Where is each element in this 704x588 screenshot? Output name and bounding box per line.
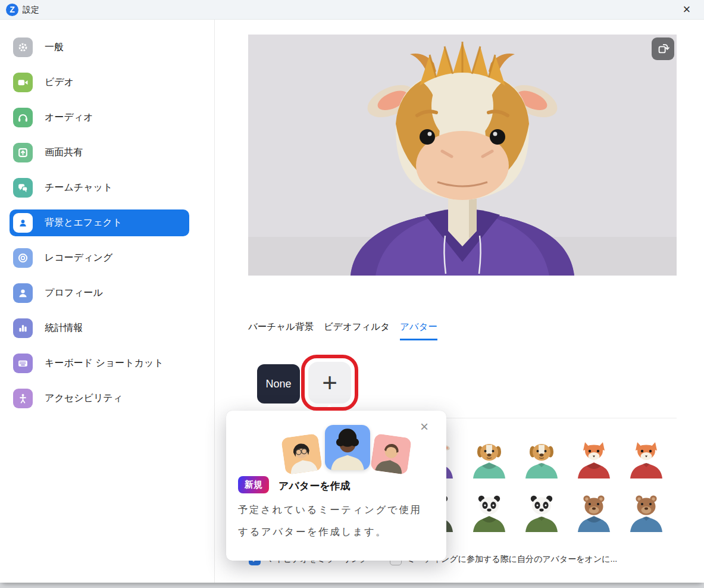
sidebar-item-label: 画面共有 (45, 146, 83, 159)
profile-icon (13, 283, 33, 303)
sidebar-item-profile[interactable]: プロフィール (10, 280, 189, 306)
avatar-item-panda-green-tshirt[interactable] (521, 493, 562, 532)
sidebar-item-label: ビデオ (45, 76, 74, 89)
sidebar-item-label: チームチャット (45, 182, 112, 194)
popup-title: アバターを作成 (279, 479, 351, 493)
stats-icon (13, 318, 33, 338)
zoom-logo-icon: Z (6, 4, 18, 16)
popup-description-line1: 予定されているミーティングで使用 (238, 499, 438, 521)
gear-icon (13, 37, 33, 57)
sidebar-item-label: アクセシビリティ (45, 392, 123, 405)
accessibility-icon (13, 389, 33, 408)
window-titlebar: Z 設定 × (0, 0, 704, 20)
avatar-item-fox-red-hoodie[interactable] (573, 439, 615, 478)
sidebar: 一般ビデオオーディオ画面共有チームチャット背景とエフェクトレコーディングプロフィ… (0, 20, 215, 583)
chat-icon (13, 178, 33, 198)
person-badge-icon (13, 213, 33, 233)
avatar-examples (283, 425, 409, 484)
headphones-icon (13, 108, 33, 127)
sidebar-item-label: プロフィール (45, 287, 103, 299)
cow-avatar-preview (248, 35, 677, 276)
sidebar-item-keyboard-shortcuts[interactable]: キーボード ショートカット (10, 350, 189, 377)
avatar-item-bear-blue-tshirt[interactable] (625, 493, 667, 532)
sidebar-item-screen-share[interactable]: 画面共有 (10, 139, 189, 166)
avatar-item-dog-teal-hoodie[interactable] (468, 439, 510, 478)
rotate-icon (656, 42, 669, 55)
sidebar-item-audio[interactable]: オーディオ (10, 104, 189, 131)
human-avatar-center (325, 425, 370, 470)
tab-avatar[interactable]: アバター (400, 321, 437, 340)
create-avatar-popup: × 新規 アバターを作成 予定されているミーティングで使用 するアバターを作成し… (226, 411, 446, 561)
sidebar-item-general[interactable]: 一般 (10, 34, 189, 61)
sidebar-item-label: オーディオ (45, 111, 93, 124)
avatar-item-fox-red-tshirt[interactable] (625, 439, 667, 478)
sidebar-item-label: レコーディング (45, 252, 112, 264)
tab-virtual-background[interactable]: バーチャル背景 (248, 321, 314, 340)
settings-window: Z 設定 × 一般ビデオオーディオ画面共有チームチャット背景とエフェクトレコーデ… (0, 0, 704, 583)
avatar-item-panda-green-hoodie[interactable] (468, 493, 510, 532)
sidebar-item-background-effects[interactable]: 背景とエフェクト (10, 209, 189, 236)
sidebar-item-video[interactable]: ビデオ (10, 69, 189, 96)
human-avatar-glasses (281, 433, 323, 475)
window-title: 設定 (23, 5, 39, 15)
window-close-button[interactable]: × (678, 1, 696, 18)
video-icon (13, 73, 33, 92)
settings-content: バーチャル背景ビデオフィルタアバター None + ✓マイビデオをミラーリングミ… (215, 20, 704, 583)
human-avatar-right (370, 433, 412, 475)
avatar-item-dog-teal-tshirt[interactable] (521, 439, 562, 478)
avatar-none-button[interactable]: None (257, 364, 300, 404)
rotate-avatar-button[interactable] (652, 37, 674, 60)
popup-arrow (323, 405, 336, 417)
sidebar-item-label: 背景とエフェクト (45, 217, 122, 229)
sidebar-item-label: キーボード ショートカット (45, 357, 164, 370)
avatar-preview (248, 35, 677, 276)
sidebar-item-label: 統計情報 (45, 322, 83, 334)
screen-share-icon (13, 143, 33, 162)
sidebar-item-recording[interactable]: レコーディング (10, 245, 189, 271)
sidebar-item-accessibility[interactable]: アクセシビリティ (10, 385, 189, 412)
effects-tabs: バーチャル背景ビデオフィルタアバター (248, 321, 437, 340)
sidebar-item-statistics[interactable]: 統計情報 (10, 315, 189, 342)
avatar-add-button[interactable]: + (308, 362, 351, 404)
popup-description-line2: するアバターを作成します。 (238, 521, 438, 543)
sidebar-item-team-chat[interactable]: チームチャット (10, 174, 189, 201)
record-icon (13, 248, 33, 268)
keyboard-icon (13, 354, 33, 373)
popup-description: 予定されているミーティングで使用 するアバターを作成します。 (238, 499, 438, 543)
new-badge: 新規 (238, 476, 269, 493)
popup-close-button[interactable]: × (415, 418, 433, 436)
sidebar-item-label: 一般 (45, 41, 64, 54)
tab-video-filter[interactable]: ビデオフィルタ (324, 321, 390, 340)
avatar-item-bear-blue-hoodie[interactable] (573, 493, 615, 532)
